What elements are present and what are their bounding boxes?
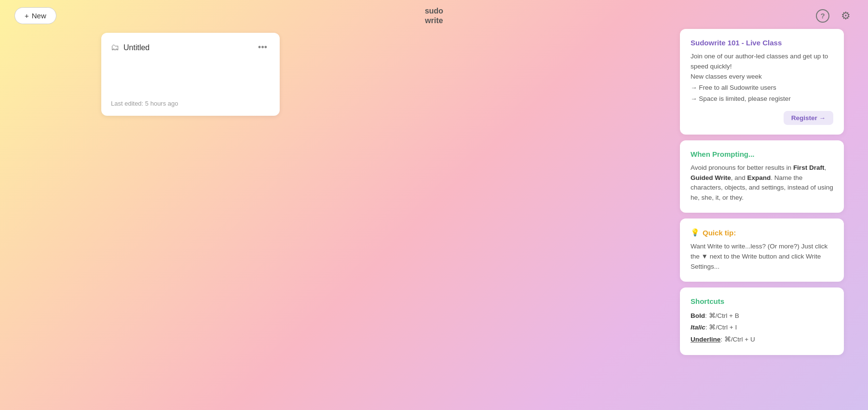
plus-icon: +: [25, 12, 29, 20]
register-button[interactable]: Register →: [784, 111, 833, 125]
live-class-arrow2: → Space is limited, please register: [691, 94, 833, 104]
shortcut-underline: Underline: ⌘/Ctrl + U: [691, 334, 833, 345]
live-class-body: Join one of our author-led classes and g…: [691, 52, 833, 104]
document-card[interactable]: 🗂 Untitled ••• Last edited: 5 hours ago: [101, 33, 280, 116]
prompting-title: When Prompting...: [691, 150, 833, 158]
header: + New sudo write ? ⚙: [0, 0, 868, 31]
shortcut-bold: Bold: ⌘/Ctrl + B: [691, 310, 833, 322]
shortcuts-body: Bold: ⌘/Ctrl + B Italic: ⌘/Ctrl + I Unde…: [691, 310, 833, 345]
shortcuts-title: Shortcuts: [691, 297, 833, 305]
logo-line1: sudo: [425, 6, 443, 15]
quick-tip-body: Want Write to write...less? (Or more?) J…: [691, 242, 833, 272]
document-menu-icon[interactable]: •••: [255, 41, 270, 54]
shortcut-italic: Italic: ⌘/Ctrl + I: [691, 322, 833, 333]
live-class-arrow1: → Free to all Sudowrite users: [691, 83, 833, 93]
shortcuts-card: Shortcuts Bold: ⌘/Ctrl + B Italic: ⌘/Ctr…: [680, 287, 844, 355]
live-class-line1: Join one of our author-led classes and g…: [691, 52, 833, 72]
quick-tip-title: 💡 Quick tip:: [691, 228, 833, 237]
document-body: [111, 57, 270, 96]
live-class-line2: New classes every week: [691, 72, 833, 82]
header-icons: ? ⚙: [816, 8, 854, 24]
new-button[interactable]: + New: [14, 7, 56, 24]
live-class-card: Sudowrite 101 - Live Class Join one of o…: [680, 29, 844, 135]
new-button-label: New: [32, 12, 46, 20]
right-panel: Sudowrite 101 - Live Class Join one of o…: [680, 29, 844, 355]
document-meta: Last edited: 5 hours ago: [111, 100, 270, 107]
prompting-card: When Prompting... Avoid pronouns for bet…: [680, 140, 844, 213]
document-title-row: 🗂 Untitled: [111, 42, 149, 53]
help-icon[interactable]: ?: [816, 9, 829, 23]
live-class-title: Sudowrite 101 - Live Class: [691, 39, 833, 47]
document-title: Untitled: [123, 43, 149, 52]
logo-line2: write: [425, 16, 443, 25]
logo: sudo write: [425, 6, 443, 25]
settings-icon[interactable]: ⚙: [838, 8, 854, 24]
document-card-header: 🗂 Untitled •••: [111, 41, 270, 54]
quick-tip-card: 💡 Quick tip: Want Write to write...less?…: [680, 219, 844, 282]
folder-icon: 🗂: [111, 42, 120, 53]
prompting-body: Avoid pronouns for better results in Fir…: [691, 163, 833, 204]
lightbulb-icon: 💡: [691, 228, 700, 237]
